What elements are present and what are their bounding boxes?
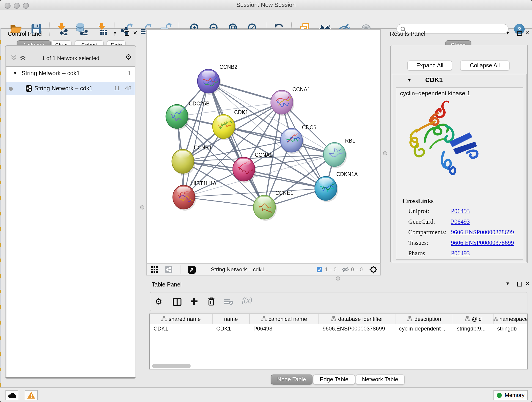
control-panel-menu-icon[interactable]: ▼ xyxy=(113,30,117,35)
node-label-ccna2: CCNA2 xyxy=(255,152,273,158)
node-count: 11 xyxy=(114,85,120,92)
network-tree-row-selected[interactable]: String Network – cdk1 11 48 xyxy=(6,82,135,95)
table-header-row: shared namenamecanonical namedatabase id… xyxy=(150,314,527,324)
node-label-ccna1: CCNA1 xyxy=(292,86,310,92)
control-panel-close-icon[interactable]: ✕ xyxy=(133,30,138,36)
split-columns-icon[interactable] xyxy=(173,298,181,306)
network-canvas[interactable]: CCNB2CCNA1CDC25BCDK1CDC6RB1CCNB1CCNA2CDK… xyxy=(146,29,381,263)
attribute-tree-icon xyxy=(161,316,167,321)
network-node-ccnb2[interactable]: CCNB2 xyxy=(197,64,237,95)
network-node-ccnb1[interactable]: CCNB1 xyxy=(172,145,212,175)
string-results-box: Expand All Collapse All ▼ CDK1 cyclin–de… xyxy=(390,45,528,263)
table-cell-description[interactable]: cyclin-dependent ... xyxy=(395,324,453,333)
expand-all-button[interactable]: Expand All xyxy=(407,61,452,70)
node-label-ccnb1: CCNB1 xyxy=(194,145,212,151)
control-panel-float-icon[interactable] xyxy=(125,31,129,36)
tree-expand-icon[interactable]: ▼ xyxy=(13,70,17,76)
add-column-icon[interactable] xyxy=(190,298,198,305)
network-edge-ccnb2-hist1h1a[interactable] xyxy=(184,81,209,197)
crosslink-value-link[interactable]: P06493 xyxy=(451,250,470,256)
crosslink-label: Uniprot: xyxy=(408,208,451,214)
table-cell-shared-name[interactable]: CDK1 xyxy=(150,324,213,333)
table-panel-menu-icon[interactable]: ▼ xyxy=(505,281,510,286)
node-label-cdc6: CDC6 xyxy=(302,124,317,130)
network-edge-ccnb2-ccne1[interactable] xyxy=(209,81,264,207)
network-node-ccna1[interactable]: CCNA1 xyxy=(271,86,310,116)
tab-node-table[interactable]: Node Table xyxy=(271,375,312,385)
delete-column-icon[interactable] xyxy=(208,297,215,306)
table-gear-icon[interactable]: ⚙ xyxy=(155,297,162,307)
network-status-dot-icon xyxy=(9,87,13,91)
crosslink-value-link[interactable]: P06493 xyxy=(451,208,470,214)
section-collapse-icon[interactable]: ▼ xyxy=(407,77,412,83)
main-toolbar: ? xyxy=(0,10,532,29)
bar-separator xyxy=(181,265,181,274)
column-header-database-identifier[interactable]: database identifier xyxy=(319,314,395,324)
tab-network-table[interactable]: Network Table xyxy=(355,375,405,385)
node-label-cdkn1a: CDKN1A xyxy=(336,171,358,177)
crosslink-value-link[interactable]: P06493 xyxy=(451,218,470,225)
table-panel-float-icon[interactable] xyxy=(517,282,522,287)
results-panel-close-icon[interactable]: ✕ xyxy=(525,30,530,36)
network-selection-status: 1 of 1 Network selected xyxy=(6,55,136,61)
background-window-sliver xyxy=(0,28,1,387)
table-panel-close-icon[interactable]: ✕ xyxy=(525,281,530,287)
horizontal-scrollbar[interactable] xyxy=(152,364,191,368)
node-table: shared namenamecanonical namedatabase id… xyxy=(149,313,528,370)
network-view-toolbar: String Network – cdk1 1 – 0 0 – 0 xyxy=(146,263,381,275)
cloud-status-button[interactable] xyxy=(6,390,18,400)
function-builder-icon-disabled: f(x) xyxy=(242,296,252,304)
table-cell-name[interactable]: CDK1 xyxy=(213,324,250,333)
column-header-namespace[interactable]: namespace xyxy=(494,314,528,324)
warnings-button[interactable] xyxy=(25,390,38,400)
column-header-shared-name[interactable]: shared name xyxy=(150,314,213,324)
collapse-all-label: Collapse All xyxy=(470,62,500,69)
crosslink-label: Compartments: xyxy=(408,229,451,235)
selected-checkbox-icon[interactable] xyxy=(317,267,322,272)
control-panel: Control Panel ▼ ✕ Network Style Select S… xyxy=(3,28,138,387)
results-panel-menu-icon[interactable]: ▼ xyxy=(505,30,510,35)
column-header--id[interactable]: @id xyxy=(453,314,494,324)
tab-node-table-label: Node Table xyxy=(277,376,306,383)
column-header-description[interactable]: description xyxy=(395,314,453,324)
tab-network-table-label: Network Table xyxy=(362,376,398,383)
column-header-canonical-name[interactable]: canonical name xyxy=(250,314,319,324)
table-cell--id[interactable]: stringdb:9... xyxy=(453,324,494,333)
crosslinks-list: Uniprot:P06493GeneCard:P06493Compartment… xyxy=(408,208,520,260)
collapse-all-button[interactable]: Collapse All xyxy=(460,61,510,70)
tab-edge-table[interactable]: Edge Table xyxy=(313,375,355,385)
tab-edge-table-label: Edge Table xyxy=(320,376,348,383)
birds-eye-view-icon[interactable] xyxy=(188,266,196,274)
attribute-tree-icon xyxy=(331,316,336,321)
crosshair-icon[interactable] xyxy=(369,265,378,274)
network-node-cdc6[interactable]: CDC6 xyxy=(280,124,317,154)
network-node-cdk1[interactable]: CDK1 xyxy=(213,109,248,140)
network-share-view-icon[interactable] xyxy=(165,266,172,273)
memory-button[interactable]: Memory xyxy=(494,390,528,400)
splitter-handle-left[interactable] xyxy=(140,205,144,210)
network-graph[interactable]: CCNB2CCNA1CDC25BCDK1CDC6RB1CCNB1CCNA2CDK… xyxy=(147,30,380,263)
crosslink-row: Pharos:P06493 xyxy=(408,250,520,256)
gear-icon[interactable]: ⚙ xyxy=(125,52,132,62)
crosslink-value-link[interactable]: 9606.ENSP00000378699 xyxy=(451,239,514,246)
network-node-cdkn1a[interactable]: CDKN1A xyxy=(315,171,358,202)
attribute-tree-icon xyxy=(464,316,470,321)
warning-icon xyxy=(27,391,35,399)
results-panel-float-icon[interactable] xyxy=(517,31,522,36)
gene-details: cyclin–dependent kinase 1 xyxy=(396,87,523,260)
crosslink-value-link[interactable]: 9606.ENSP00000378699 xyxy=(451,229,514,235)
table-row[interactable]: CDK1CDK1P064939606.ENSP00000378699cyclin… xyxy=(150,324,527,333)
crosslink-row: GeneCard:P06493 xyxy=(408,218,520,225)
network-tree-root-row[interactable]: ▼ String Network – cdk1 1 xyxy=(6,67,135,82)
network-node-rb1[interactable]: RB1 xyxy=(323,138,355,168)
node-label-cdc25b: CDC25B xyxy=(189,101,210,107)
grid-view-icon[interactable] xyxy=(151,266,158,273)
hidden-count: 0 – 0 xyxy=(351,267,363,272)
gene-name: CDK1 xyxy=(425,76,443,83)
column-header-name[interactable]: name xyxy=(213,314,250,324)
network-node-ccne1[interactable]: CCNE1 xyxy=(253,190,293,221)
table-cell-namespace[interactable]: stringdb xyxy=(494,324,528,333)
table-cell-database-identifier[interactable]: 9606.ENSP00000378699 xyxy=(319,324,395,333)
window-titlebar: Session: New Session xyxy=(0,0,532,11)
table-cell-canonical-name[interactable]: P06493 xyxy=(250,324,319,333)
